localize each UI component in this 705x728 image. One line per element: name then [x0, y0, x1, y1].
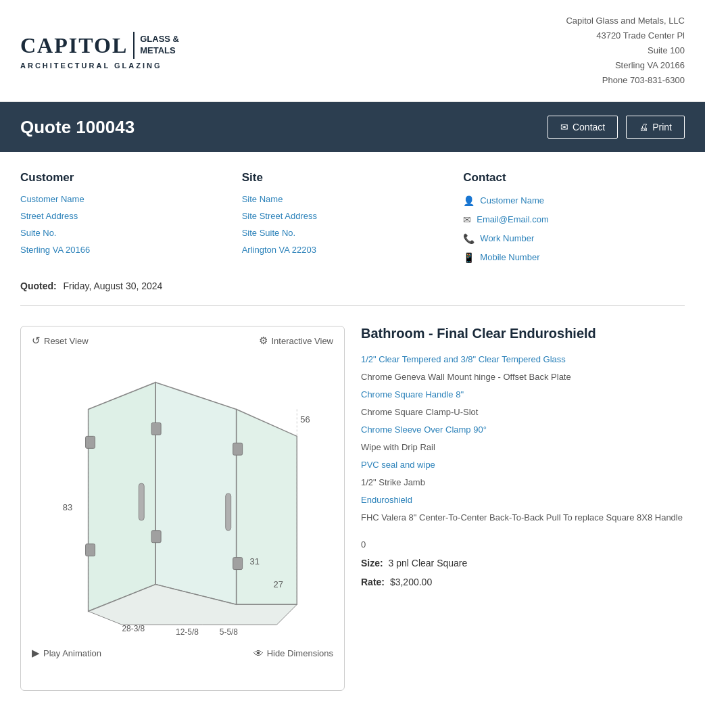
viewer-bottom-toolbar: ▶ Play Animation 👁 Hide Dimensions [21, 639, 344, 667]
logo-sub-text: ARCHITECTURAL GLAZING [20, 62, 179, 70]
hide-dimensions-button[interactable]: 👁 Hide Dimensions [253, 647, 333, 659]
customer-street: Street Address [20, 208, 228, 225]
product-size-row: Size: 3 pnl Clear Square [361, 554, 685, 573]
product-name: Bathroom - Final Clear Enduroshield [361, 326, 685, 341]
company-name: Capitol Glass and Metals, LLC [566, 14, 685, 28]
company-address2: Suite 100 [566, 43, 685, 58]
phone-icon: 📞 [463, 229, 475, 248]
hide-label: Hide Dimensions [267, 648, 333, 658]
site-suite: Site Suite No. [242, 225, 450, 242]
customer-name: Customer Name [20, 191, 228, 208]
svg-rect-4 [86, 437, 95, 449]
rate-label: Rate: [361, 577, 385, 587]
svg-rect-6 [151, 423, 161, 435]
site-col: Site Site Name Site Street Address Site … [242, 171, 464, 267]
company-address3: Sterling VA 20166 [566, 58, 685, 73]
interactive-icon: ⚙ [259, 335, 268, 347]
svg-text:28-3/8: 28-3/8 [122, 625, 145, 634]
person-icon: 👤 [463, 191, 475, 210]
company-info: Capitol Glass and Metals, LLC 43720 Trad… [566, 14, 685, 88]
customer-col: Customer Customer Name Street Address Su… [20, 171, 242, 267]
size-value: 3 pnl Clear Square [389, 558, 468, 568]
contact-work: Work Number [480, 230, 534, 247]
contact-email-row: ✉ Email@Email.com [463, 210, 671, 229]
viewer-box: ↺ Reset View ⚙ Interactive View [20, 326, 345, 691]
shower-svg: 56 83 31 27 28-3/8 12-5/8 5-5/8 [21, 355, 344, 639]
product-spec-item: Chrome Square Clamp-U-Slot [361, 404, 685, 421]
product-quantity: 0 [361, 536, 685, 554]
contact-email: Email@Email.com [477, 211, 548, 228]
svg-rect-5 [86, 544, 95, 556]
svg-rect-9 [233, 558, 243, 570]
product-rate-row: Rate: $3,200.00 [361, 573, 685, 591]
quoted-date: Friday, August 30, 2024 [64, 281, 163, 291]
product-spec-item: FHC Valera 8" Center-To-Center Back-To-B… [361, 509, 685, 527]
product-spec-item: 1/2" Strike Jamb [361, 474, 685, 491]
contact-name: Customer Name [480, 192, 544, 210]
contact-button[interactable]: ✉ Contact [548, 116, 618, 139]
company-phone: Phone 703-831-6300 [566, 73, 685, 88]
svg-rect-8 [233, 443, 243, 456]
svg-text:56: 56 [300, 415, 310, 425]
contact-btn-label: Contact [573, 122, 605, 132]
quoted-row: Quoted: Friday, August 30, 2024 [0, 281, 705, 305]
company-address1: 43720 Trade Center Pl [566, 28, 685, 43]
play-animation-button[interactable]: ▶ Play Animation [32, 647, 101, 659]
product-meta: 0 Size: 3 pnl Clear Square Rate: $3,200.… [361, 536, 685, 591]
svg-text:5-5/8: 5-5/8 [220, 628, 239, 637]
info-section: Customer Customer Name Street Address Su… [0, 152, 705, 281]
size-label: Size: [361, 558, 383, 568]
site-street: Site Street Address [242, 208, 450, 225]
contact-heading: Contact [463, 171, 671, 185]
customer-suite: Suite No. [20, 225, 228, 242]
quoted-label: Quoted: [20, 281, 57, 291]
svg-text:12-5/8: 12-5/8 [176, 628, 199, 637]
logo-section: CAPITOL GLASS & METALS ARCHITECTURAL GLA… [20, 32, 179, 70]
svg-rect-11 [226, 493, 231, 531]
quote-title: Quote 100043 [20, 117, 135, 138]
site-heading: Site [242, 171, 450, 185]
play-icon: ▶ [32, 647, 40, 659]
svg-marker-1 [155, 383, 236, 605]
logo-divider [133, 32, 135, 59]
logo-main: CAPITOL GLASS & METALS [20, 32, 179, 59]
envelope-icon: ✉ [560, 122, 568, 132]
reset-view-button[interactable]: ↺ Reset View [32, 335, 89, 347]
reset-icon: ↺ [32, 335, 41, 347]
interactive-label: Interactive View [271, 336, 333, 346]
contact-work-row: 📞 Work Number [463, 229, 671, 248]
product-spec-item: Enduroshield [361, 491, 685, 509]
contact-mobile: Mobile Number [480, 249, 539, 266]
eye-off-icon: 👁 [253, 648, 264, 659]
product-spec-item: Wipe with Drip Rail [361, 439, 685, 456]
svg-marker-2 [237, 410, 297, 605]
svg-text:83: 83 [63, 502, 72, 512]
email-icon: ✉ [463, 210, 471, 229]
product-spec-item: Chrome Square Handle 8" [361, 386, 685, 404]
mobile-icon: 📱 [463, 248, 475, 267]
contact-mobile-row: 📱 Mobile Number [463, 248, 671, 267]
viewer-canvas: 56 83 31 27 28-3/8 12-5/8 5-5/8 [21, 355, 344, 639]
logo-glass-metals: GLASS & METALS [140, 34, 179, 57]
page-header: CAPITOL GLASS & METALS ARCHITECTURAL GLA… [0, 0, 705, 102]
site-name: Site Name [242, 191, 450, 208]
svg-text:31: 31 [250, 556, 260, 566]
svg-rect-7 [151, 531, 161, 543]
product-spec-item: Chrome Sleeve Over Clamp 90° [361, 421, 685, 439]
interactive-view-button[interactable]: ⚙ Interactive View [259, 335, 333, 347]
quote-banner: Quote 100043 ✉ Contact 🖨 Print [0, 102, 705, 152]
contact-col: Contact 👤 Customer Name ✉ Email@Email.co… [463, 171, 685, 267]
printer-icon: 🖨 [639, 122, 648, 132]
contact-name-row: 👤 Customer Name [463, 191, 671, 210]
site-city: Arlington VA 22203 [242, 242, 450, 259]
logo-capitol-text: CAPITOL [20, 33, 128, 58]
svg-rect-10 [139, 484, 144, 521]
viewer-toolbar: ↺ Reset View ⚙ Interactive View [21, 326, 344, 355]
reset-label: Reset View [44, 336, 89, 346]
product-spec-item: Chrome Geneva Wall Mount hinge - Offset … [361, 368, 685, 386]
print-button[interactable]: 🖨 Print [626, 116, 685, 139]
rate-value: $3,200.00 [390, 577, 432, 587]
svg-marker-0 [89, 383, 156, 612]
print-btn-label: Print [652, 122, 672, 132]
product-spec-item: PVC seal and wipe [361, 456, 685, 474]
